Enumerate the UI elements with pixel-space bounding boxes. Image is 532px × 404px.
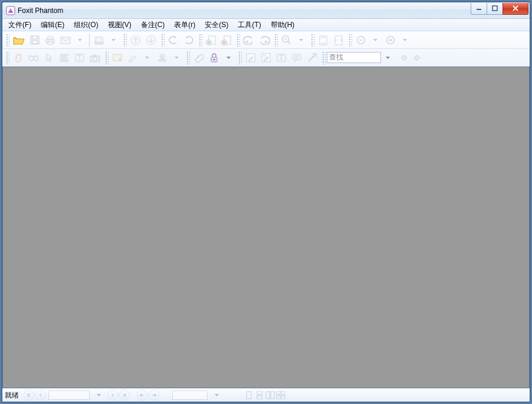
- svg-point-31: [160, 54, 165, 58]
- svg-rect-25: [75, 54, 84, 61]
- document-area: [2, 67, 530, 388]
- toolbar-grip[interactable]: [6, 34, 9, 47]
- find-input[interactable]: 查找: [327, 52, 381, 63]
- text-select-button[interactable]: T: [72, 50, 87, 65]
- menu-file[interactable]: 文件(F): [4, 19, 36, 31]
- stamp-button[interactable]: [155, 50, 170, 65]
- zoom-out-dropdown[interactable]: [367, 32, 383, 48]
- svg-rect-42: [247, 392, 251, 399]
- svg-rect-14: [224, 36, 231, 44]
- minimize-button[interactable]: [471, 3, 487, 15]
- snapshot-button[interactable]: [87, 50, 103, 65]
- back-button[interactable]: [166, 32, 181, 48]
- svg-rect-38: [263, 55, 266, 57]
- facing-button[interactable]: [265, 390, 275, 400]
- app-window: Foxit Phantom 文件(F) 编辑(E) 组织(O) 视图(V) 备注…: [2, 2, 530, 402]
- zoom-in-button[interactable]: [279, 32, 294, 48]
- toolbar-grip[interactable]: [322, 51, 326, 64]
- zoom-in-circle-button[interactable]: [383, 32, 398, 48]
- toolbar-grip[interactable]: [186, 51, 190, 64]
- menu-secure[interactable]: 安全(S): [200, 19, 233, 31]
- edit-object-button[interactable]: [258, 50, 274, 65]
- close-button[interactable]: [503, 3, 528, 15]
- window-title: Foxit Phantom: [18, 6, 471, 15]
- toolbar-grip[interactable]: [123, 34, 127, 47]
- separator: [89, 34, 90, 47]
- nav-forward-button[interactable]: [149, 390, 159, 400]
- svg-rect-23: [61, 54, 63, 61]
- single-page-button[interactable]: [244, 390, 254, 400]
- stamp-dropdown[interactable]: [169, 50, 184, 65]
- menu-comments[interactable]: 备注(C): [136, 19, 170, 31]
- continuous-facing-button[interactable]: [276, 390, 285, 400]
- select-tool-button[interactable]: [41, 50, 57, 65]
- secure-button[interactable]: [206, 50, 222, 65]
- forward-button[interactable]: [181, 32, 196, 48]
- insert-page-button[interactable]: [203, 32, 219, 48]
- highlight-dropdown[interactable]: [139, 50, 155, 65]
- hand-tool-button[interactable]: [11, 50, 26, 65]
- scan-button[interactable]: [91, 32, 107, 48]
- highlight-button[interactable]: [125, 50, 140, 65]
- toolbar-grip[interactable]: [238, 51, 242, 64]
- last-page-button[interactable]: [119, 390, 130, 400]
- svg-rect-41: [293, 54, 301, 60]
- zoom-in-dropdown[interactable]: [293, 32, 308, 48]
- attach-button[interactable]: [191, 50, 206, 65]
- toolbar-grip[interactable]: [105, 51, 109, 64]
- previous-view-button[interactable]: [128, 32, 143, 48]
- zoom-out-circle-button[interactable]: [353, 32, 369, 48]
- open-button[interactable]: [11, 32, 27, 48]
- svg-rect-7: [48, 37, 52, 39]
- next-view-button[interactable]: [143, 32, 159, 48]
- nav-back-button[interactable]: [137, 390, 147, 400]
- toolbar-grip[interactable]: [274, 34, 278, 47]
- menu-organize[interactable]: 组织(O): [69, 19, 103, 31]
- toolbar-grip[interactable]: [6, 51, 9, 64]
- scan-dropdown[interactable]: [106, 32, 121, 48]
- toolbar-grip[interactable]: [237, 34, 240, 47]
- toolbar-grip[interactable]: [349, 34, 352, 47]
- first-page-button[interactable]: [24, 390, 34, 400]
- delete-page-button[interactable]: [219, 32, 234, 48]
- menu-view[interactable]: 视图(V): [103, 19, 136, 31]
- menu-tools[interactable]: 工具(T): [233, 19, 265, 31]
- print-button[interactable]: [42, 32, 58, 48]
- svg-rect-5: [32, 41, 37, 44]
- prev-page-button[interactable]: [35, 390, 46, 400]
- fit-width-button[interactable]: [331, 32, 346, 48]
- page-dropdown[interactable]: [91, 387, 106, 403]
- undo-button[interactable]: [241, 32, 257, 48]
- select-text-tool-button[interactable]: [57, 50, 72, 65]
- typewriter-button[interactable]: T: [274, 50, 289, 65]
- toolbar-grip[interactable]: [199, 34, 202, 47]
- find-dropdown[interactable]: [380, 50, 395, 65]
- edit-text-button[interactable]: [243, 50, 258, 65]
- zoom-in-dropdown[interactable]: [397, 32, 412, 48]
- zoom-dropdown[interactable]: [209, 387, 224, 403]
- toolbar-grip[interactable]: [311, 34, 314, 47]
- continuous-button[interactable]: [255, 390, 264, 400]
- page-number-input[interactable]: [48, 390, 90, 400]
- maximize-button[interactable]: [487, 3, 503, 15]
- link-button[interactable]: [304, 50, 320, 65]
- find-next-button[interactable]: [411, 50, 426, 65]
- svg-rect-2: [492, 6, 497, 11]
- fit-page-button[interactable]: [316, 32, 331, 48]
- menu-help[interactable]: 帮助(H): [266, 19, 300, 31]
- comment-button[interactable]: [289, 50, 304, 65]
- glasses-tool-button[interactable]: [26, 50, 41, 65]
- zoom-input[interactable]: [172, 390, 208, 400]
- toolbar-grip[interactable]: [161, 34, 165, 47]
- save-button[interactable]: [27, 32, 42, 48]
- next-page-button[interactable]: [107, 390, 118, 400]
- note-button[interactable]: [110, 50, 125, 65]
- find-prev-button[interactable]: [395, 50, 411, 65]
- email-dropdown[interactable]: [72, 32, 87, 48]
- menu-edit[interactable]: 编辑(E): [36, 19, 69, 31]
- svg-rect-30: [113, 54, 121, 61]
- redo-button[interactable]: [257, 32, 272, 48]
- secure-dropdown[interactable]: [221, 50, 236, 65]
- menu-forms[interactable]: 表单(r): [169, 19, 200, 31]
- email-button[interactable]: [58, 32, 73, 48]
